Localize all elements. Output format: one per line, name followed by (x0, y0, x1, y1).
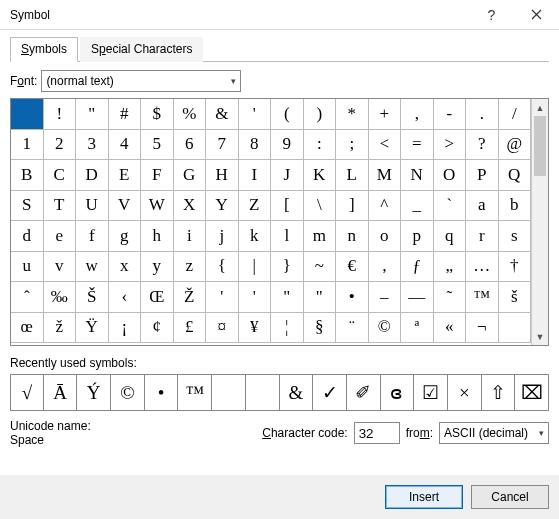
symbol-cell[interactable]: * (336, 99, 369, 130)
recent-symbol-cell[interactable]: × (447, 374, 482, 411)
symbol-cell[interactable]: m (304, 221, 337, 252)
symbol-cell[interactable]: e (44, 221, 77, 252)
symbol-cell[interactable]: ‰ (44, 282, 77, 313)
recent-symbol-cell[interactable]: √ (10, 374, 44, 411)
help-button[interactable]: ? (469, 0, 514, 30)
close-button[interactable] (514, 0, 559, 30)
symbol-cell[interactable]: I (239, 160, 272, 191)
symbol-cell[interactable]: Ÿ (76, 313, 109, 344)
recent-symbol-cell[interactable]: ™ (177, 374, 212, 411)
symbol-cell[interactable]: š (499, 282, 532, 313)
symbol-cell[interactable]: b (499, 191, 532, 222)
scroll-up-icon[interactable]: ▲ (532, 99, 548, 116)
symbol-cell[interactable]: 9 (271, 130, 304, 161)
symbol-cell[interactable]: | (239, 252, 272, 283)
symbol-cell[interactable]: Ž (174, 282, 207, 313)
symbol-cell[interactable]: Q (499, 160, 532, 191)
symbol-cell[interactable]: . (466, 99, 499, 130)
recent-symbol-cell[interactable]: • (144, 374, 179, 411)
symbol-cell[interactable]: W (141, 191, 174, 222)
symbol-cell[interactable]: ž (44, 313, 77, 344)
symbol-cell[interactable]: s (499, 221, 532, 252)
symbol-cell[interactable]: ; (336, 130, 369, 161)
symbol-cell[interactable]: ¨ (336, 313, 369, 344)
symbol-cell[interactable]: ! (44, 99, 77, 130)
symbol-cell[interactable]: j (206, 221, 239, 252)
symbol-cell[interactable]: @ (499, 130, 532, 161)
symbol-cell[interactable]: { (206, 252, 239, 283)
symbol-cell[interactable]: [ (271, 191, 304, 222)
symbol-cell[interactable]: £ (174, 313, 207, 344)
symbol-cell[interactable]: ¤ (206, 313, 239, 344)
symbol-cell[interactable]: T (44, 191, 77, 222)
symbol-cell[interactable]: ƒ (401, 252, 434, 283)
symbol-cell[interactable]: O (434, 160, 467, 191)
recent-symbol-cell[interactable] (211, 374, 246, 411)
symbol-cell[interactable]: 6 (174, 130, 207, 161)
symbol-cell[interactable]: † (499, 252, 532, 283)
symbol-cell[interactable]: y (141, 252, 174, 283)
symbol-cell[interactable]: U (76, 191, 109, 222)
symbol-cell[interactable]: L (336, 160, 369, 191)
symbol-cell[interactable]: 1 (11, 130, 44, 161)
recent-symbol-cell[interactable]: ⇧ (481, 374, 516, 411)
symbol-cell[interactable]: p (401, 221, 434, 252)
symbol-cell[interactable]: H (206, 160, 239, 191)
recent-symbol-cell[interactable]: ☑ (413, 374, 448, 411)
tab-symbols[interactable]: Symbols (10, 37, 78, 62)
symbol-cell[interactable]: … (466, 252, 499, 283)
recent-symbol-cell[interactable] (245, 374, 280, 411)
symbol-cell[interactable]: ¡ (109, 313, 142, 344)
symbol-cell[interactable]: , (401, 99, 434, 130)
symbol-cell[interactable]: ‹ (109, 282, 142, 313)
symbol-cell[interactable]: G (174, 160, 207, 191)
symbol-cell[interactable]: \ (304, 191, 337, 222)
symbol-cell[interactable]: œ (11, 313, 44, 344)
font-select[interactable]: (normal text) ▾ (41, 70, 241, 92)
symbol-cell[interactable]: # (109, 99, 142, 130)
scroll-thumb[interactable] (534, 116, 546, 176)
recent-symbol-cell[interactable]: Ā (43, 374, 78, 411)
recent-symbol-cell[interactable]: ⌧ (514, 374, 549, 411)
symbol-cell[interactable]: 8 (239, 130, 272, 161)
symbol-cell[interactable]: : (304, 130, 337, 161)
symbol-cell[interactable]: Š (76, 282, 109, 313)
symbol-cell[interactable]: ¥ (239, 313, 272, 344)
symbol-cell[interactable]: ª (401, 313, 434, 344)
symbol-cell[interactable]: ^ (369, 191, 402, 222)
symbol-cell[interactable]: " (76, 99, 109, 130)
recent-symbol-cell[interactable]: ✐ (346, 374, 381, 411)
symbol-cell[interactable]: n (336, 221, 369, 252)
symbol-cell[interactable]: N (401, 160, 434, 191)
symbol-cell[interactable]: ( (271, 99, 304, 130)
recent-symbol-cell[interactable]: ✓ (312, 374, 347, 411)
symbol-cell[interactable]: + (369, 99, 402, 130)
symbol-cell[interactable]: ~ (304, 252, 337, 283)
symbol-cell[interactable]: 2 (44, 130, 77, 161)
symbol-cell[interactable]: ) (304, 99, 337, 130)
symbol-cell[interactable]: P (466, 160, 499, 191)
symbol-cell[interactable]: h (141, 221, 174, 252)
symbol-cell[interactable]: 5 (141, 130, 174, 161)
character-code-input[interactable] (354, 422, 400, 444)
symbol-cell[interactable]: « (434, 313, 467, 344)
symbol-cell[interactable]: V (109, 191, 142, 222)
symbol-cell[interactable]: — (401, 282, 434, 313)
symbol-cell[interactable]: a (466, 191, 499, 222)
symbol-cell[interactable]: r (466, 221, 499, 252)
symbol-cell[interactable]: k (239, 221, 272, 252)
symbol-cell[interactable]: C (44, 160, 77, 191)
symbol-cell[interactable]: – (369, 282, 402, 313)
symbol-cell[interactable]: 7 (206, 130, 239, 161)
symbol-cell[interactable]: " (304, 282, 337, 313)
symbol-cell[interactable]: J (271, 160, 304, 191)
symbol-cell[interactable]: € (336, 252, 369, 283)
symbol-cell[interactable]: " (271, 282, 304, 313)
symbol-cell[interactable]: X (174, 191, 207, 222)
symbol-cell[interactable]: v (44, 252, 77, 283)
symbol-cell[interactable]: - (434, 99, 467, 130)
symbol-cell[interactable]: M (369, 160, 402, 191)
symbol-cell[interactable]: K (304, 160, 337, 191)
symbol-cell[interactable]: • (336, 282, 369, 313)
symbol-cell[interactable]: § (304, 313, 337, 344)
